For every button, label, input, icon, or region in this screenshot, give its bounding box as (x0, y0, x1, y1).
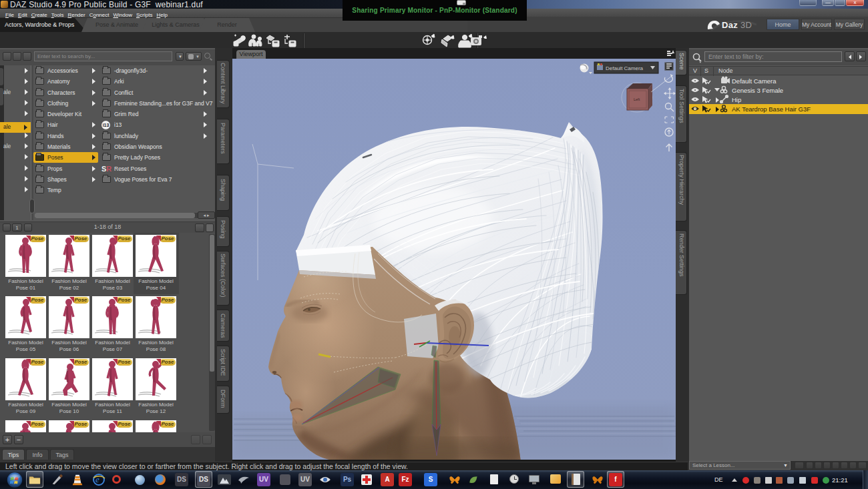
svg-text:Genesis 3 Female: Genesis 3 Female (732, 87, 783, 94)
svg-text:Left: Left (634, 97, 640, 101)
svg-text:Default Camera: Default Camera (732, 77, 777, 85)
svg-text:Hip: Hip (732, 96, 741, 103)
svg-text:Default Camera: Default Camera (606, 65, 644, 71)
svg-text:AK Teardrop Base Hair G3F: AK Teardrop Base Hair G3F (732, 105, 811, 113)
